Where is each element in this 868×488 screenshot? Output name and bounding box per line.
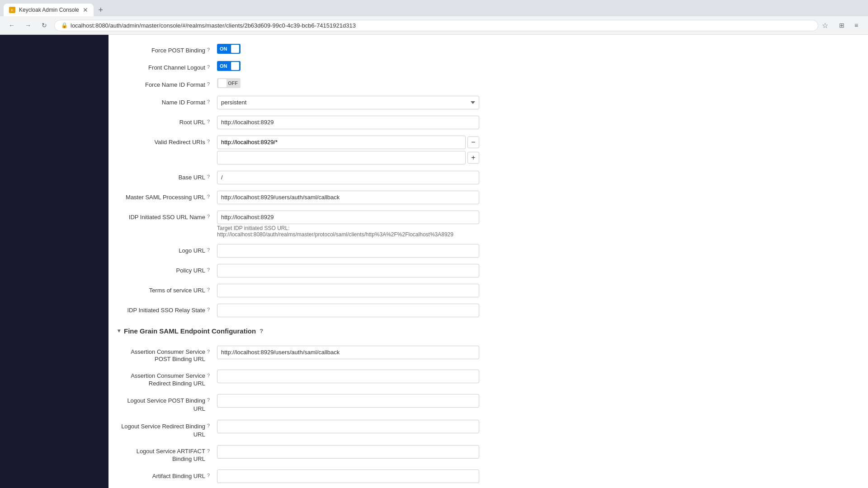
url-bar[interactable]: 🔒 localhost:8080/auth/admin/master/conso…	[54, 20, 818, 31]
name-id-format-label: Name ID Format ?	[118, 96, 217, 107]
root-url-input[interactable]	[217, 116, 479, 129]
toggle-off-label: OFF	[228, 80, 238, 86]
acs-redirect-binding-url-label: Assertion Consumer Service Redirect Bind…	[118, 370, 217, 388]
force-post-binding-label: Force POST Binding ?	[118, 44, 217, 55]
address-bar: ← → ↻ 🔒 localhost:8080/auth/admin/master…	[0, 16, 868, 34]
base-url-help-icon[interactable]: ?	[207, 174, 210, 180]
root-url-help-icon[interactable]: ?	[207, 118, 210, 125]
redirect-uri-input-2[interactable]	[217, 151, 466, 164]
logout-redirect-binding-url-input[interactable]	[217, 420, 479, 433]
artifact-binding-url-control	[217, 469, 479, 483]
policy-url-label: Policy URL ?	[118, 264, 217, 275]
acs-post-binding-url-help-icon[interactable]: ?	[207, 348, 210, 355]
idp-relay-state-help-icon[interactable]: ?	[207, 306, 210, 313]
terms-of-service-url-input[interactable]	[217, 284, 479, 297]
acs-redirect-binding-url-row: Assertion Consumer Service Redirect Bind…	[118, 370, 633, 388]
master-saml-url-input[interactable]	[217, 191, 479, 204]
force-name-id-format-label: Force Name ID Format ?	[118, 78, 217, 89]
url-text: localhost:8080/auth/admin/master/console…	[71, 22, 356, 29]
logout-post-binding-url-input[interactable]	[217, 394, 479, 408]
tab-title: Keycloak Admin Console	[19, 7, 79, 13]
name-id-format-row: Name ID Format ? persistent transient em…	[118, 96, 633, 109]
name-id-format-select[interactable]: persistent transient email unspecified	[217, 96, 479, 109]
force-name-id-format-row: Force Name ID Format ? OFF	[118, 78, 633, 89]
acs-post-binding-url-input[interactable]	[217, 346, 479, 359]
fine-grain-section-header[interactable]: ▾ Fine Grain SAML Endpoint Configuration…	[118, 324, 633, 338]
fine-grain-section-title: Fine Grain SAML Endpoint Configuration	[124, 327, 256, 335]
idp-initiated-sso-url-input[interactable]	[217, 211, 479, 224]
policy-url-help-icon[interactable]: ?	[207, 267, 210, 273]
force-post-binding-toggle[interactable]: ON	[217, 44, 241, 54]
toggle-thumb	[231, 45, 239, 53]
base-url-input[interactable]	[217, 171, 479, 184]
root-url-label: Root URL ?	[118, 116, 217, 127]
name-id-format-help-icon[interactable]: ?	[207, 99, 210, 105]
master-saml-url-help-icon[interactable]: ?	[207, 193, 210, 200]
browser-chrome: K Keycloak Admin Console ✕ + ← → ↻ 🔒 loc…	[0, 0, 868, 35]
valid-redirect-uris-label: Valid Redirect URIs ?	[118, 136, 217, 146]
front-channel-logout-label: Front Channel Logout ?	[118, 61, 217, 72]
idp-initiated-sso-url-row: IDP Initiated SSO URL Name ? Target IDP …	[118, 211, 633, 238]
artifact-binding-url-input[interactable]	[217, 469, 479, 483]
logout-redirect-binding-url-help-icon[interactable]: ?	[207, 422, 210, 429]
acs-post-binding-url-label: Assertion Consumer Service POST Binding …	[118, 346, 217, 364]
tab-favicon: K	[9, 7, 15, 13]
idp-initiated-sso-url-help-icon[interactable]: ?	[207, 213, 210, 220]
logo-url-input[interactable]	[217, 244, 479, 258]
terms-of-service-url-help-icon[interactable]: ?	[207, 286, 210, 293]
toggle-on-label: ON	[220, 63, 227, 69]
logout-post-binding-url-label: Logout Service POST Binding URL ?	[118, 394, 217, 413]
main-content: Force POST Binding ? ON Front Channel Lo…	[108, 35, 868, 488]
back-button[interactable]: ←	[5, 19, 18, 32]
idp-relay-state-label: IDP Initiated SSO Relay State ?	[118, 304, 217, 314]
artifact-binding-url-row: Artifact Binding URL ?	[118, 469, 633, 483]
tab-bar: K Keycloak Admin Console ✕ +	[0, 0, 868, 16]
logout-artifact-binding-url-help-icon[interactable]: ?	[207, 448, 210, 454]
idp-relay-state-control	[217, 304, 479, 317]
extensions-button[interactable]: ⊞	[835, 19, 848, 32]
master-saml-url-control	[217, 191, 479, 204]
logo-url-label: Logo URL ?	[118, 244, 217, 255]
forward-button[interactable]: →	[22, 19, 34, 32]
bookmark-button[interactable]: ☆	[822, 21, 828, 30]
logout-redirect-binding-url-row: Logout Service Redirect Binding URL ?	[118, 420, 633, 439]
idp-relay-state-input[interactable]	[217, 304, 479, 317]
logout-artifact-binding-url-label: Logout Service ARTIFACT Binding URL ?	[118, 445, 217, 463]
tab-close-button[interactable]: ✕	[83, 7, 88, 13]
fine-grain-help-icon[interactable]: ?	[259, 328, 263, 334]
policy-url-input[interactable]	[217, 264, 479, 277]
terms-of-service-url-control	[217, 284, 479, 297]
logout-redirect-binding-url-label: Logout Service Redirect Binding URL ?	[118, 420, 217, 439]
idp-initiated-sso-url-label: IDP Initiated SSO URL Name ?	[118, 211, 217, 221]
logo-url-help-icon[interactable]: ?	[207, 247, 210, 253]
artifact-binding-url-help-icon[interactable]: ?	[207, 472, 210, 479]
new-tab-button[interactable]: +	[95, 5, 106, 15]
force-name-id-format-help-icon[interactable]: ?	[207, 81, 210, 88]
idp-initiated-sso-helper-text: Target IDP initiated SSO URL: http://loc…	[217, 225, 479, 238]
base-url-control	[217, 171, 479, 184]
name-id-format-control: persistent transient email unspecified	[217, 96, 479, 109]
acs-redirect-binding-url-input[interactable]	[217, 370, 479, 383]
force-post-binding-help-icon[interactable]: ?	[207, 47, 210, 53]
idp-initiated-sso-url-control: Target IDP initiated SSO URL: http://loc…	[217, 211, 479, 238]
reload-button[interactable]: ↻	[38, 19, 51, 32]
acs-redirect-binding-url-help-icon[interactable]: ?	[207, 372, 210, 379]
redirect-uri-input-1[interactable]	[217, 136, 466, 149]
policy-url-row: Policy URL ?	[118, 264, 633, 277]
toggle-thumb	[218, 79, 226, 87]
redirect-uri-add-button[interactable]: +	[467, 152, 479, 164]
redirect-uri-remove-button-1[interactable]: −	[467, 136, 479, 148]
force-name-id-format-toggle[interactable]: OFF	[217, 78, 241, 88]
front-channel-logout-row: Front Channel Logout ? ON	[118, 61, 633, 72]
acs-post-binding-url-control	[217, 346, 479, 359]
front-channel-logout-toggle[interactable]: ON	[217, 61, 241, 71]
valid-redirect-uris-help-icon[interactable]: ?	[207, 138, 210, 145]
front-channel-logout-help-icon[interactable]: ?	[207, 64, 210, 70]
logo-url-row: Logo URL ?	[118, 244, 633, 258]
logout-redirect-binding-url-control	[217, 420, 479, 433]
active-tab[interactable]: K Keycloak Admin Console ✕	[4, 4, 94, 16]
sidebar	[0, 35, 108, 488]
logout-post-binding-url-help-icon[interactable]: ?	[207, 397, 210, 404]
logout-artifact-binding-url-input[interactable]	[217, 445, 479, 459]
menu-button[interactable]: ≡	[850, 19, 863, 32]
